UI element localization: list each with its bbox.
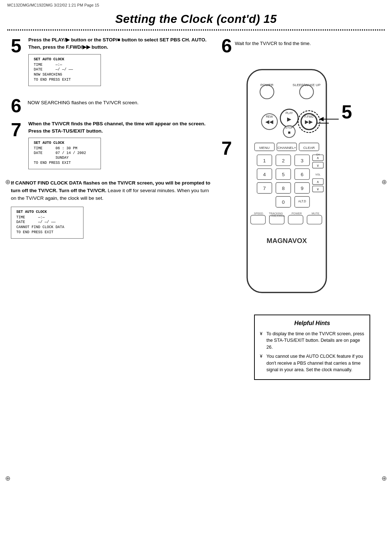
step-5-content: Press the PLAY/▶ button or the STOP/■ bu…	[28, 36, 214, 90]
warning-text: If CANNOT FIND CLOCK DATA flashes on the…	[11, 179, 214, 202]
svg-text:F.FWD: F.FWD	[305, 115, 314, 118]
svg-text:SPEED: SPEED	[254, 212, 264, 215]
svg-text:MAGNAVOX: MAGNAVOX	[267, 237, 307, 244]
svg-text:∧: ∧	[317, 156, 319, 160]
svg-text:▶▶: ▶▶	[305, 119, 313, 125]
svg-point-1	[260, 85, 274, 99]
svg-text:◀◀: ◀◀	[265, 119, 273, 125]
time-label-1: TIME	[34, 63, 52, 67]
time-value-1: —:—	[52, 63, 95, 67]
hint-item-1: ¥ To display the time on the TV/VCR scre…	[260, 331, 364, 351]
hints-title: Helpful Hints	[260, 319, 364, 328]
step-6-right-text: Wait for the TV/VCR to find the time.	[235, 36, 311, 47]
svg-text:POWER: POWER	[260, 83, 273, 87]
step-5-label-right: 5	[342, 101, 352, 123]
screen-title-2: SET AUTO CLOCK	[34, 141, 95, 145]
svg-text:SLEEP/WAKE UP: SLEEP/WAKE UP	[293, 83, 320, 87]
svg-text:4: 4	[263, 172, 266, 177]
helpful-hints-area: Helpful Hints ¥ To display the time on t…	[243, 307, 381, 388]
screen-title-1: SET AUTO CLOCK	[34, 57, 95, 61]
page-title: Setting the Clock (cont'd) 15	[0, 9, 392, 27]
date-label-2: DATE	[34, 151, 52, 155]
screen-row-day: SUNDAY	[34, 156, 95, 160]
hint-item-2: ¥ You cannot use the AUTO CLOCK feature …	[260, 353, 364, 373]
section-divider	[7, 29, 385, 31]
warning-block: If CANNOT FIND CLOCK DATA flashes on the…	[11, 179, 214, 239]
screen-row-time-3: TIME —:—	[16, 215, 78, 219]
bottom-left-spacer	[11, 307, 236, 388]
step-5-text: Press the PLAY/▶ button or the STOP/■ bu…	[28, 36, 214, 51]
step-7-text: When the TV/VCR finds the PBS channel, t…	[28, 120, 214, 135]
step-7-label-right: 7	[221, 137, 232, 159]
svg-text:9: 9	[301, 186, 303, 191]
svg-text:ALT.D: ALT.D	[298, 200, 306, 203]
right-column: 6 Wait for the TV/VCR to find the time. …	[221, 36, 352, 304]
step-7-block: 7 When the TV/VCR finds the PBS channel,…	[11, 120, 214, 173]
screen-msg-exit-3: TO END PRESS EXIT	[16, 230, 78, 234]
hint-text-1: To display the time on the TV/VCR screen…	[266, 331, 364, 351]
svg-text:POWER: POWER	[291, 212, 302, 215]
svg-text:2: 2	[282, 158, 285, 163]
svg-text:3: 3	[301, 158, 303, 163]
screen-row-date-1: DATE —/ —/ ——	[34, 68, 95, 72]
svg-rect-62	[250, 215, 265, 224]
screen-row-date-3: DATE —/ —/ ——	[16, 220, 78, 224]
svg-text:∨: ∨	[317, 163, 319, 167]
svg-text:0: 0	[282, 199, 285, 205]
svg-text:▶: ▶	[287, 116, 291, 122]
screen-msg-exit-2: TO END PRESS EXIT	[34, 161, 95, 165]
reg-mark-right: ⊕	[381, 178, 387, 186]
svg-text:MENU: MENU	[260, 146, 270, 150]
svg-rect-66	[307, 215, 322, 224]
time-value-2: 06 : 30 PM	[52, 146, 95, 150]
svg-text:STOP: STOP	[285, 126, 294, 129]
svg-text:CLEAR: CLEAR	[303, 146, 315, 150]
hint-bullet-2: ¥	[260, 353, 264, 373]
svg-text:■: ■	[288, 130, 290, 135]
reg-mark-left: ⊕	[5, 178, 11, 186]
day-label	[34, 156, 52, 160]
screen-row-date-2: DATE 07 / 14 / 2002	[34, 151, 95, 155]
svg-text:REW: REW	[266, 115, 273, 118]
step-5-block: 5 Press the PLAY/▶ button or the STOP/■ …	[11, 36, 214, 90]
svg-text:∨TRACKING∧: ∨TRACKING∧	[269, 215, 285, 217]
step-7-content: When the TV/VCR finds the PBS channel, t…	[28, 120, 214, 173]
svg-rect-65	[288, 215, 303, 224]
svg-text:6: 6	[301, 172, 303, 177]
step-6-block: 6 NOW SEARCHING flashes on the TV/VCR sc…	[11, 96, 214, 115]
screen-mockup-cannot-find: SET AUTO CLOCK TIME —:— DATE —/ —/ —— CA…	[11, 207, 83, 239]
svg-point-3	[299, 85, 313, 99]
screen-row-time-2: TIME 06 : 30 PM	[34, 146, 95, 150]
left-column: 5 Press the PLAY/▶ button or the STOP/■ …	[11, 36, 214, 304]
reg-mark-bottom-right: ⊕	[381, 474, 387, 482]
svg-text:5: 5	[282, 172, 285, 177]
time-label-3: TIME	[16, 215, 34, 219]
svg-text:PLAY: PLAY	[286, 112, 293, 115]
screen-msg-searching: NOW SEARCHING	[34, 73, 95, 77]
time-label-2: TIME	[34, 146, 52, 150]
date-value-3: —/ —/ ——	[34, 220, 78, 224]
svg-text:VOL: VOL	[315, 173, 320, 176]
svg-text:∨: ∨	[317, 187, 319, 191]
remote-container: 5 7 POWER SLEEP/WAKE UP REW ◀◀	[232, 65, 341, 304]
step-5-number: 5	[11, 36, 24, 55]
screen-mockup-searching: SET AUTO CLOCK TIME —:— DATE —/ —/ —— NO…	[28, 54, 101, 86]
step-6-number: 6	[11, 96, 24, 115]
svg-text:CHANNEL+: CHANNEL+	[277, 146, 296, 150]
svg-text:8: 8	[282, 186, 285, 191]
svg-text:MUTE: MUTE	[311, 212, 319, 215]
screen-mockup-found: SET AUTO CLOCK TIME 06 : 30 PM DATE 07 /…	[28, 138, 101, 169]
screen-msg-cannot-find: CANNOT FIND CLOCK DATA	[16, 225, 78, 229]
helpful-hints-box: Helpful Hints ¥ To display the time on t…	[254, 315, 370, 380]
screen-row-time-1: TIME —:—	[34, 63, 95, 67]
date-value-2: 07 / 14 / 2002	[52, 151, 95, 155]
date-value-1: —/ —/ ——	[52, 68, 95, 72]
svg-text:∧: ∧	[317, 180, 319, 184]
time-value-3: —:—	[34, 215, 78, 219]
screen-msg-exit-1: TO END PRESS EXIT	[34, 78, 95, 82]
step-7-number: 7	[11, 120, 24, 139]
header-meta: MC132DMG/MC192DMG 3/22/02 1:21 PM Page 1…	[7, 3, 99, 7]
step-6-right-number: 6	[221, 36, 232, 55]
day-value: SUNDAY	[52, 156, 95, 160]
reg-mark-bottom-left: ⊕	[5, 474, 11, 482]
